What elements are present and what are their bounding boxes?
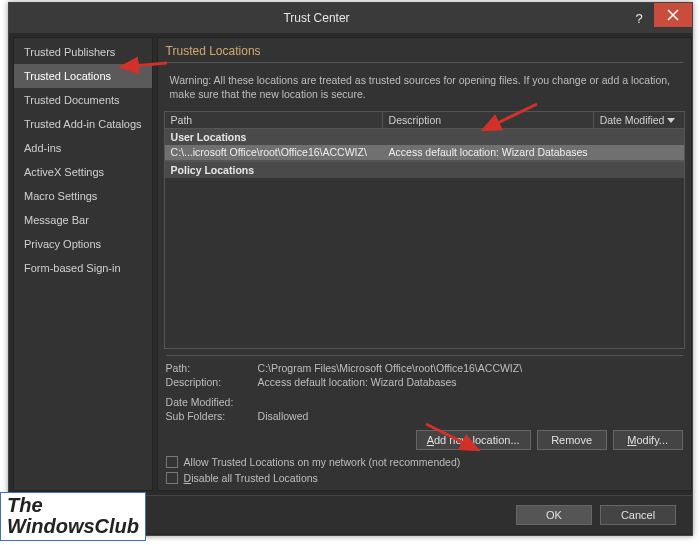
- detail-path-value: C:\Program Files\Microsoft Office\root\O…: [258, 362, 683, 374]
- checkbox-icon[interactable]: [166, 456, 178, 468]
- titlebar: Trust Center ?: [9, 3, 692, 33]
- watermark-line1: The: [7, 495, 139, 516]
- sidebar-item-addins[interactable]: Add-ins: [14, 136, 152, 160]
- detail-date-value: [258, 396, 683, 408]
- detail-sub-value: Disallowed: [258, 410, 683, 422]
- sidebar-item-trusted-documents[interactable]: Trusted Documents: [14, 88, 152, 112]
- trust-center-dialog: Trust Center ? Trusted Publishers Truste…: [8, 2, 693, 536]
- checkbox-icon[interactable]: [166, 472, 178, 484]
- help-button[interactable]: ?: [624, 3, 654, 33]
- action-row: Add new location... Remove Modify...: [166, 430, 683, 450]
- group-policy-locations: Policy Locations: [164, 161, 685, 178]
- sidebar-item-trusted-publishers[interactable]: Trusted Publishers: [14, 40, 152, 64]
- sidebar-item-label: Message Bar: [24, 214, 89, 226]
- sidebar-item-label: Trusted Documents: [24, 94, 120, 106]
- sidebar-item-label: Privacy Options: [24, 238, 101, 250]
- sidebar-item-trusted-addin-catalogs[interactable]: Trusted Add-in Catalogs: [14, 112, 152, 136]
- sidebar-item-label: Form-based Sign-in: [24, 262, 121, 274]
- add-new-location-button[interactable]: Add new location...: [416, 430, 531, 450]
- sidebar-item-label: ActiveX Settings: [24, 166, 104, 178]
- sidebar-item-label: Trusted Publishers: [24, 46, 115, 58]
- modify-button[interactable]: Modify...: [613, 430, 683, 450]
- watermark-line2: WindowsClub: [7, 516, 139, 537]
- ok-button[interactable]: OK: [516, 505, 592, 525]
- close-icon: [667, 9, 679, 21]
- col-description[interactable]: Description: [383, 112, 594, 128]
- cell-description: Access default location: Wizard Database…: [383, 145, 594, 160]
- allow-network-row[interactable]: Allow Trusted Locations on my network (n…: [166, 456, 683, 468]
- cancel-button[interactable]: Cancel: [600, 505, 676, 525]
- details-panel: Path:C:\Program Files\Microsoft Office\r…: [166, 355, 683, 424]
- warning-text: Warning: All these locations are treated…: [158, 67, 691, 111]
- content-panel: Trusted Locations Warning: All these loc…: [157, 37, 692, 491]
- list-area: [164, 178, 685, 349]
- disable-all-label: Disable all Trusted Locations: [184, 472, 318, 484]
- sidebar-item-privacy-options[interactable]: Privacy Options: [14, 232, 152, 256]
- sidebar: Trusted Publishers Trusted Locations Tru…: [13, 37, 153, 491]
- cell-date: [594, 145, 684, 160]
- sidebar-item-label: Trusted Add-in Catalogs: [24, 118, 142, 130]
- detail-desc-label: Description:: [166, 376, 258, 388]
- disable-all-row[interactable]: Disable all Trusted Locations: [166, 472, 683, 484]
- detail-sub-label: Sub Folders:: [166, 410, 258, 422]
- col-date-label: Date Modified: [600, 114, 665, 126]
- sidebar-item-trusted-locations[interactable]: Trusted Locations: [14, 64, 152, 88]
- close-button[interactable]: [654, 3, 692, 27]
- sidebar-item-activex-settings[interactable]: ActiveX Settings: [14, 160, 152, 184]
- col-path[interactable]: Path: [165, 112, 383, 128]
- group-user-locations: User Locations: [164, 129, 685, 145]
- sidebar-item-macro-settings[interactable]: Macro Settings: [14, 184, 152, 208]
- sidebar-item-message-bar[interactable]: Message Bar: [14, 208, 152, 232]
- allow-network-label: Allow Trusted Locations on my network (n…: [184, 456, 461, 468]
- sidebar-item-label: Macro Settings: [24, 190, 97, 202]
- table-row[interactable]: C:\...icrosoft Office\root\Office16\ACCW…: [164, 145, 685, 161]
- detail-desc-value: Access default location: Wizard Database…: [258, 376, 683, 388]
- section-title: Trusted Locations: [158, 38, 691, 67]
- sidebar-item-label: Trusted Locations: [24, 70, 111, 82]
- sort-indicator-icon: [667, 118, 675, 123]
- sidebar-item-form-based-signin[interactable]: Form-based Sign-in: [14, 256, 152, 280]
- col-date-modified[interactable]: Date Modified: [594, 112, 684, 128]
- sidebar-item-label: Add-ins: [24, 142, 61, 154]
- cell-path: C:\...icrosoft Office\root\Office16\ACCW…: [165, 145, 383, 160]
- table-header: Path Description Date Modified: [164, 111, 685, 129]
- window-title: Trust Center: [9, 11, 624, 25]
- section-title-text: Trusted Locations: [166, 44, 261, 58]
- watermark: The WindowsClub: [0, 492, 146, 541]
- detail-path-label: Path:: [166, 362, 258, 374]
- detail-date-label: Date Modified:: [166, 396, 258, 408]
- remove-button[interactable]: Remove: [537, 430, 607, 450]
